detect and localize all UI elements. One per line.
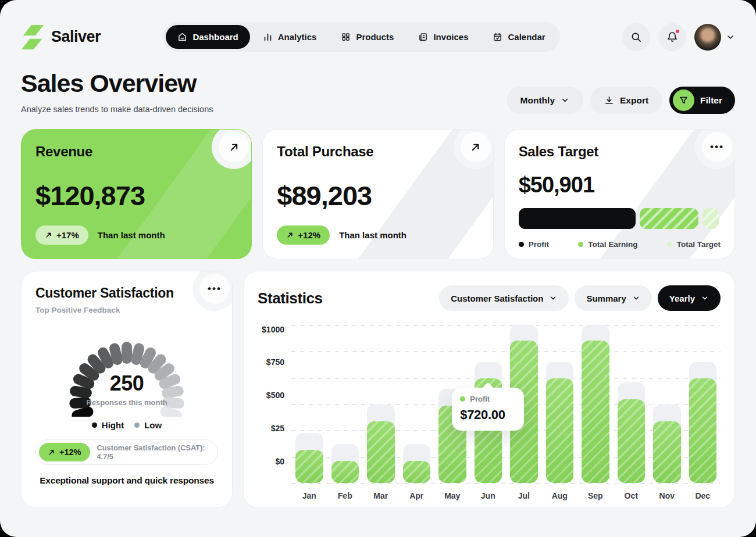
app-window: Saliver DashboardAnalyticsProductsInvoic… — [0, 0, 756, 537]
bar-aug[interactable] — [546, 378, 574, 483]
progress-segment — [640, 208, 698, 229]
nav-item-products[interactable]: Products — [329, 25, 405, 49]
trend-up-icon — [48, 449, 55, 456]
brand[interactable]: Saliver — [21, 24, 101, 51]
delta-note: Than last month — [98, 230, 165, 240]
total-purchase-card: Total Purchase $89,203 +12% Than last mo… — [262, 129, 493, 259]
nav-item-invoices[interactable]: Invoices — [406, 25, 480, 49]
grid-icon — [341, 32, 351, 42]
account-menu[interactable] — [694, 24, 735, 51]
bottom-row: ••• Customer Satisfaction Top Positive F… — [21, 271, 735, 508]
nav-item-label: Products — [356, 32, 394, 42]
bar-sep[interactable] — [582, 341, 609, 483]
csat-delta-value: +12% — [59, 448, 81, 457]
legend-item: Hight — [92, 420, 124, 430]
profit-bar-chart: $1000$750$500$25$0 Profit$720.00 — [258, 325, 721, 483]
legend-item: Total Target — [667, 240, 721, 249]
nav-item-analytics[interactable]: Analytics — [251, 25, 329, 49]
filter-button[interactable]: Filter — [669, 87, 735, 114]
chevron-down-icon — [632, 294, 640, 302]
y-tick-label: $750 — [266, 357, 284, 367]
satisfaction-legend: HightLow — [35, 420, 218, 430]
filter-chip-yearly[interactable]: Yearly — [658, 285, 721, 311]
y-tick-label: $1000 — [262, 325, 284, 334]
delta-value: +12% — [298, 230, 320, 240]
chevron-down-icon — [549, 294, 557, 302]
notifications-button[interactable] — [658, 23, 686, 51]
kpi-cards: Revenue $120,873 +17% Than last month To… — [21, 129, 735, 259]
legend-label: Profit — [529, 240, 549, 249]
x-tick-label: Dec — [689, 491, 717, 500]
chart-plot: Profit$720.00 — [291, 325, 721, 483]
delta-badge: +12% — [277, 225, 330, 245]
chevron-down-icon — [561, 96, 569, 105]
delta-badge: +17% — [35, 225, 88, 245]
sales-target-progress — [519, 208, 721, 229]
page-subtitle: Analyze sales trends to make data-driven… — [21, 105, 213, 114]
tooltip-series-dot — [460, 396, 465, 402]
chart-x-axis: JanFebMarAprMayJunJulAugSepOctNovDec — [258, 491, 721, 500]
revenue-open-button[interactable] — [219, 132, 249, 162]
delta-note: Than last month — [339, 230, 406, 240]
bar-feb[interactable] — [331, 461, 359, 483]
x-tick-label: Jul — [510, 491, 538, 500]
x-tick-label: Feb — [331, 491, 359, 500]
legend-label: Low — [144, 420, 162, 430]
bar-mar[interactable] — [367, 421, 395, 483]
x-tick-label: Oct — [618, 491, 646, 500]
search-button[interactable] — [622, 23, 650, 51]
chart-y-axis: $1000$750$500$25$0 — [258, 325, 291, 483]
export-button[interactable]: Export — [590, 87, 662, 114]
chart-column-apr — [403, 325, 431, 483]
chart-column-mar — [367, 325, 395, 483]
period-dropdown[interactable]: Monthly — [507, 87, 583, 114]
legend-dot — [519, 242, 524, 247]
brand-logo-icon — [21, 24, 45, 51]
card-title: Total Purchase — [277, 144, 479, 160]
chart-column-oct — [618, 325, 646, 483]
chart-column-feb — [331, 325, 359, 483]
nav-item-label: Dashboard — [192, 32, 238, 42]
total-purchase-open-button[interactable] — [461, 132, 491, 162]
y-tick-label: $25 — [271, 424, 284, 433]
satisfaction-menu-button[interactable]: ••• — [199, 274, 230, 304]
brand-name: Saliver — [51, 28, 101, 46]
bar-apr[interactable] — [403, 461, 431, 483]
statistics-title: Statistics — [258, 289, 323, 307]
gauge-label: Responses this month — [51, 398, 202, 407]
nav-item-dashboard[interactable]: Dashboard — [166, 25, 249, 49]
bar-nov[interactable] — [653, 421, 681, 483]
csat-summary: +12% Customer Satisfaction (CSAT): 4.7/5 — [35, 439, 218, 465]
filter-chip-summary[interactable]: Summary — [575, 285, 651, 311]
legend-dot — [92, 423, 97, 428]
statistics-filters: Customer SatisfactionSummaryYearly — [439, 285, 721, 311]
y-tick-label: $0 — [275, 457, 284, 466]
legend-item: Low — [134, 420, 162, 430]
sales-target-menu-button[interactable]: ••• — [702, 132, 732, 162]
csat-text: Customer Satisfaction (CSAT): 4.7/5 — [97, 443, 215, 461]
calendar-icon — [493, 32, 502, 42]
chevron-down-icon — [701, 294, 709, 302]
statistics-card: Statistics Customer SatisfactionSummaryY… — [243, 271, 735, 508]
satisfaction-footer: Exceptional support and quick responses — [35, 475, 218, 486]
bar-oct[interactable] — [618, 399, 646, 483]
home-icon — [177, 32, 187, 42]
filter-funnel-icon — [679, 95, 689, 105]
bar-dec[interactable] — [689, 378, 717, 483]
x-tick-label: Apr — [403, 491, 431, 500]
analytics-icon — [263, 32, 273, 42]
nav-item-calendar[interactable]: Calendar — [481, 25, 557, 49]
primary-nav: DashboardAnalyticsProductsInvoicesCalend… — [163, 22, 559, 52]
trend-up-icon — [286, 231, 294, 239]
filter-chip-customer-satisfaction[interactable]: Customer Satisfaction — [439, 285, 569, 311]
legend-dot — [578, 242, 583, 247]
filter-chip-label: Yearly — [669, 293, 695, 303]
legend-dot — [667, 242, 672, 247]
sales-target-legend: ProfitTotal EarningTotal Target — [519, 240, 721, 249]
invoice-icon — [418, 32, 428, 42]
revenue-value: $120,873 — [35, 180, 237, 212]
card-title: Sales Target — [519, 144, 721, 160]
bar-jan[interactable] — [295, 450, 323, 483]
gauge-value: 250 — [51, 371, 202, 396]
customer-satisfaction-card: ••• Customer Satisfaction Top Positive F… — [21, 271, 233, 508]
